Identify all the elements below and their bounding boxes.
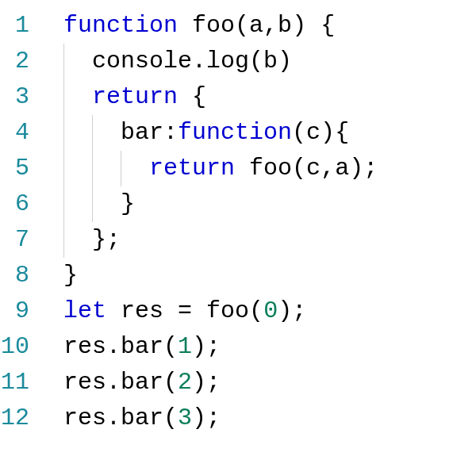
code-editor[interactable]: 1function foo(a,b) {2 console.log(b)3 re… <box>0 8 476 436</box>
token-punct: ; <box>206 369 221 396</box>
token-ident: res <box>63 404 106 431</box>
token-ident: b <box>278 12 292 39</box>
code-line[interactable]: 5 return foo(c,a); <box>0 151 476 186</box>
token-punct: , <box>263 12 278 39</box>
code-line[interactable]: 12res.bar(3); <box>0 401 476 436</box>
token-punct <box>63 155 149 182</box>
token-ident: a <box>249 12 263 39</box>
token-punct: ) <box>321 119 335 146</box>
code-line[interactable]: 9let res = foo(0); <box>0 293 476 329</box>
code-line[interactable]: 4 bar:function(c){ <box>0 115 476 151</box>
token-punct <box>106 297 121 324</box>
code-content[interactable]: bar:function(c){ <box>44 115 349 151</box>
line-number: 12 <box>0 401 44 436</box>
token-punct <box>63 226 92 253</box>
token-punct: ( <box>163 404 178 431</box>
token-punct: ( <box>235 12 249 39</box>
token-punct <box>63 48 92 75</box>
code-content[interactable]: let res = foo(0); <box>44 293 306 329</box>
code-line[interactable]: 1function foo(a,b) { <box>0 8 476 44</box>
code-content[interactable]: return { <box>44 79 206 115</box>
token-punct: , <box>321 155 335 182</box>
code-content[interactable]: console.log(b) <box>44 44 292 79</box>
token-punct: ) <box>192 369 206 396</box>
token-punct: } <box>92 226 106 253</box>
line-number: 11 <box>0 365 44 401</box>
code-line[interactable]: 7 }; <box>0 222 476 258</box>
line-number: 10 <box>0 329 44 365</box>
token-number: 1 <box>178 333 192 360</box>
token-punct: . <box>192 48 206 75</box>
line-number: 5 <box>0 151 44 186</box>
token-punct: ( <box>249 48 263 75</box>
token-ident: res <box>63 369 106 396</box>
token-punct: ) <box>349 155 363 182</box>
token-punct: . <box>106 369 121 396</box>
token-punct: } <box>121 190 135 217</box>
line-number: 7 <box>0 222 44 258</box>
code-content[interactable]: res.bar(2); <box>44 365 221 401</box>
token-keyword: let <box>63 297 106 324</box>
token-ident: bar <box>121 119 163 146</box>
token-punct: ) <box>292 12 306 39</box>
code-line[interactable]: 3 return { <box>0 79 476 115</box>
token-punct <box>192 297 206 324</box>
token-punct: ) <box>192 333 206 360</box>
code-content[interactable]: } <box>44 258 78 293</box>
token-keyword: function <box>178 119 292 146</box>
token-ident: b <box>263 48 278 75</box>
code-content[interactable]: function foo(a,b) { <box>44 8 335 44</box>
token-punct: ) <box>278 48 292 75</box>
line-number: 6 <box>0 186 44 222</box>
token-keyword: function <box>63 12 178 39</box>
line-number: 8 <box>0 258 44 293</box>
token-punct: ( <box>292 119 306 146</box>
code-line[interactable]: 10res.bar(1); <box>0 329 476 365</box>
line-number: 2 <box>0 44 44 79</box>
token-punct: } <box>63 262 78 289</box>
token-punct: { <box>192 83 206 110</box>
code-line[interactable]: 11res.bar(2); <box>0 365 476 401</box>
token-punct <box>178 12 192 39</box>
token-punct <box>63 190 121 217</box>
token-ident: res <box>121 297 163 324</box>
token-punct: ; <box>206 333 221 360</box>
token-keyword: return <box>92 83 178 110</box>
code-line[interactable]: 8} <box>0 258 476 293</box>
token-ident: foo <box>249 155 292 182</box>
token-punct: : <box>163 119 178 146</box>
token-ident: bar <box>121 404 163 431</box>
token-punct: ; <box>206 404 221 431</box>
token-punct: ; <box>106 226 121 253</box>
token-punct: ) <box>192 404 206 431</box>
token-ident: console <box>92 48 192 75</box>
token-keyword: return <box>149 155 235 182</box>
token-punct: { <box>335 119 349 146</box>
token-punct: { <box>321 12 335 39</box>
code-content[interactable]: return foo(c,a); <box>44 151 378 186</box>
code-content[interactable]: }; <box>44 222 121 258</box>
token-punct <box>306 12 321 39</box>
token-number: 2 <box>178 369 192 396</box>
code-line[interactable]: 6 } <box>0 186 476 222</box>
token-number: 3 <box>178 404 192 431</box>
code-line[interactable]: 2 console.log(b) <box>0 44 476 79</box>
token-punct: . <box>106 404 121 431</box>
code-content[interactable]: res.bar(3); <box>44 401 221 436</box>
token-ident: c <box>306 155 321 182</box>
token-punct: . <box>106 333 121 360</box>
code-content[interactable]: } <box>44 186 135 222</box>
token-punct: ; <box>363 155 378 182</box>
line-number: 1 <box>0 8 44 44</box>
token-ident: foo <box>206 297 249 324</box>
token-punct <box>235 155 249 182</box>
token-ident: foo <box>192 12 235 39</box>
token-punct: ( <box>292 155 306 182</box>
token-punct: ( <box>249 297 263 324</box>
token-punct: ; <box>292 297 306 324</box>
token-punct <box>178 83 192 110</box>
token-ident: bar <box>121 333 163 360</box>
token-ident: bar <box>121 369 163 396</box>
token-ident: log <box>206 48 249 75</box>
code-content[interactable]: res.bar(1); <box>44 329 221 365</box>
